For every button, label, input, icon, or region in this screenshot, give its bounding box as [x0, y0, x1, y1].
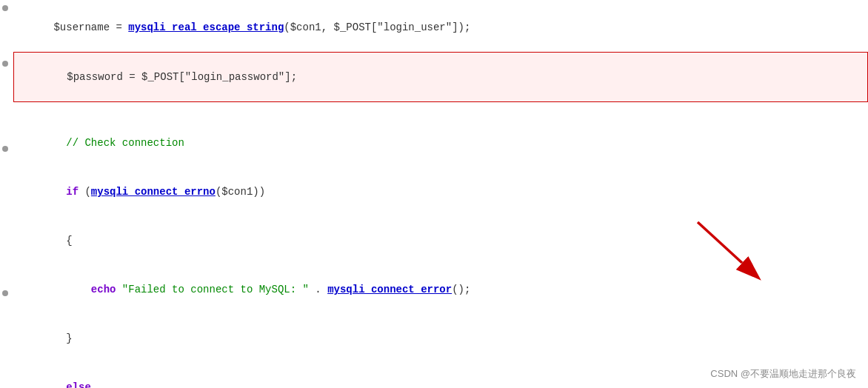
code-token: $username — [53, 21, 110, 33]
side-markers — [0, 0, 10, 388]
code-line: if (mysqli_connect_errno($con1)) — [16, 167, 868, 216]
marker-3 — [2, 146, 8, 152]
code-line: $username = mysqli_real_escape_string($c… — [16, 3, 868, 52]
code-token: "Failed to connect to MySQL: " — [122, 284, 309, 295]
code-token: . — [309, 284, 327, 295]
code-container: $username = mysqli_real_escape_string($c… — [0, 0, 868, 388]
code-token — [53, 186, 66, 198]
code-token: { — [53, 235, 72, 247]
code-token: = — [110, 21, 128, 33]
code-token — [53, 381, 66, 388]
code-line: } — [16, 314, 868, 363]
code-token: mysqli_connect_error — [327, 284, 452, 295]
code-line: { — [16, 216, 868, 265]
code-token: if — [66, 186, 79, 198]
code-token: ( — [79, 186, 91, 198]
code-token: (); — [452, 284, 470, 295]
code-token: // Check connection — [53, 137, 184, 149]
code-token: ($con1, $_POST["login_user"]); — [284, 21, 470, 33]
code-token — [116, 284, 121, 295]
marker-2 — [2, 61, 8, 67]
code-token: $password = $_POST["login_password"]; — [54, 71, 297, 83]
code-token: mysqli_real_escape_string — [128, 21, 284, 33]
marker-4 — [2, 290, 8, 296]
code-line: // Check connection — [16, 118, 868, 167]
code-token: else — [66, 381, 91, 388]
highlighted-line: $password = $_POST["login_password"]; — [13, 52, 868, 102]
code-line: echo "Failed to connect to MySQL: " . my… — [16, 265, 868, 314]
code-token: ($con1)) — [216, 186, 265, 198]
marker-1 — [2, 5, 8, 11]
code-token: mysqli_connect_errno — [91, 186, 216, 198]
code-token: echo — [91, 284, 116, 295]
code-area: $username = mysqli_real_escape_string($c… — [10, 0, 868, 388]
code-token: } — [53, 332, 72, 344]
code-token — [53, 284, 90, 295]
watermark: CSDN @不要温顺地走进那个良夜 — [710, 367, 856, 381]
code-line — [16, 102, 868, 118]
